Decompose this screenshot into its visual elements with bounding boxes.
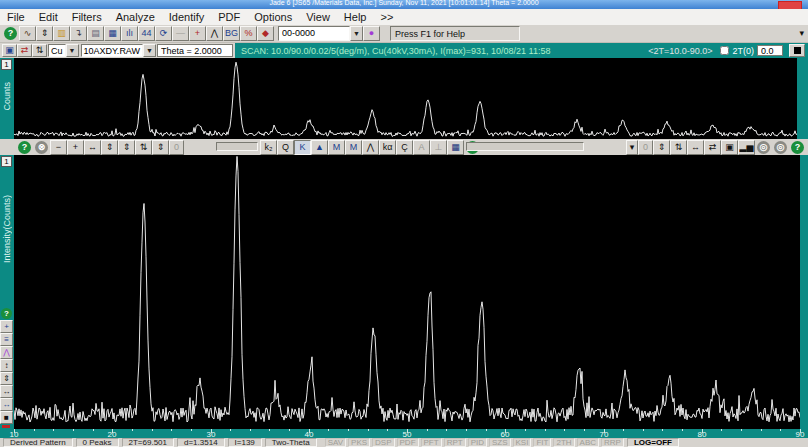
overlay-patterns-icon[interactable]: ılı [121,26,138,41]
scale-y-icon[interactable]: ⇕ [118,140,135,155]
smooth-icon[interactable]: M [328,140,345,155]
refresh-icon[interactable]: ⟳ [155,26,172,41]
status-toggle[interactable]: DSP [372,438,394,447]
chevron-down-icon[interactable]: ▼ [143,44,156,57]
pdf-number-combo[interactable]: 00-0000 ▼ [278,26,363,41]
prev-view-icon[interactable]: ◎ [757,141,770,154]
status-toggle[interactable]: ABC [577,438,599,447]
menu-item[interactable]: Identify [162,11,211,23]
menu-item[interactable]: Edit [32,11,65,23]
percent-scale-icon[interactable]: % [240,26,257,41]
move-pattern-icon[interactable]: + [189,26,206,41]
help-icon[interactable]: ? [1,308,12,319]
table-view-icon[interactable]: ≡ [0,333,13,346]
two-theta-zero-checkbox[interactable] [720,46,729,55]
profile-icon[interactable]: ⋀ [362,140,379,155]
mini-dropdown-icon[interactable]: ▾ [626,140,638,155]
shift-y-icon[interactable]: ⇕ [152,140,169,155]
open-file-icon[interactable]: ▥ [53,26,70,41]
help-icon[interactable]: ? [791,141,804,154]
separator-icon[interactable]: — [172,26,189,41]
view-counter[interactable]: 0 [638,140,653,155]
display-settings-icon[interactable]: ▦ [104,26,121,41]
zoom-counter[interactable]: 0 [169,140,184,155]
pattern-window-icon[interactable]: ▣ [2,44,17,57]
smooth-alt-icon[interactable]: M [345,140,362,155]
close-icon[interactable] [778,1,802,9]
main-pane-number[interactable]: 1 [1,156,12,167]
status-toggle[interactable]: RRP [601,438,624,447]
cedilla-tool-icon[interactable]: Ç [396,140,413,155]
scale-y-icon[interactable]: ⇅ [670,140,687,155]
file-combo[interactable]: 10AXDY.RAW ▼ [81,44,157,57]
menu-item[interactable]: View [299,11,337,23]
status-toggle[interactable]: SZS [489,438,511,447]
zoom-out-icon[interactable]: − [50,140,67,155]
expand-horizontal-icon[interactable]: ↔ [84,140,101,155]
help-icon[interactable]: ? [4,27,17,40]
two-theta-zero-field[interactable] [757,45,783,56]
sort-updown-icon[interactable]: ⇕ [36,26,53,41]
grid-view-icon[interactable]: ▦ [447,140,464,155]
theta-field[interactable] [157,44,233,57]
find-peaks-icon[interactable]: ⋀ [206,26,223,41]
view-slider-track[interactable] [466,142,584,151]
menu-item[interactable]: Help [337,11,374,23]
offset-overlays-icon[interactable]: 44 [138,26,155,41]
restore-view-icon[interactable]: ⇅ [135,140,152,155]
overview-plot[interactable] [14,58,797,139]
status-toggle[interactable]: PFT [421,438,442,447]
background-fit-icon[interactable]: BG [223,26,240,41]
spinner-icon[interactable]: ⇅ [32,44,47,57]
zoom-tool-icon[interactable]: Q [277,140,294,155]
peak-cursor-icon[interactable]: K [294,140,311,155]
area-fill-icon[interactable]: ▲ [311,140,328,155]
pan-tool-icon[interactable]: + [0,320,13,333]
sample-icon[interactable]: ● [363,26,380,41]
spin-y-icon[interactable]: ⇕ [101,140,118,155]
preferences-icon[interactable]: ∿ [19,26,36,41]
toolbar-overflow-icon[interactable]: ▾ [799,28,804,38]
status-toggle[interactable]: FIT [533,438,551,447]
status-toggle[interactable]: PID [468,438,487,447]
disabled-a-icon[interactable]: A [413,140,430,155]
menu-item[interactable]: Options [247,11,299,23]
compress-y-icon[interactable]: ⇕ [0,372,13,385]
main-plot[interactable] [14,155,800,429]
link-refresh-icon[interactable]: ⇄ [17,44,32,57]
disabled-axis-icon[interactable]: ⊥ [430,140,447,155]
status-toggle[interactable]: 2TH [553,438,574,447]
full-range-icon[interactable]: ■ [0,411,13,424]
anode-combo[interactable]: Cu ▼ [48,44,79,57]
menu-item[interactable]: Analyze [109,11,162,23]
title-bar[interactable]: Jade 6 [JS65 /Materials Data, Inc.] Sund… [0,0,808,9]
kalpha-strip-icon[interactable]: kα [379,140,396,155]
stretch-y-icon[interactable]: ↕ [0,359,13,372]
pan-right-icon[interactable]: ⇄ [704,140,721,155]
peak-id-icon[interactable]: ⋀ [0,346,13,359]
menu-item[interactable]: PDF [211,11,247,23]
pan-left-icon[interactable]: ↔ [687,140,704,155]
status-toggle[interactable]: SAV [325,438,346,447]
top-pane-number[interactable]: 1 [1,59,12,70]
status-toggle[interactable]: RPT [444,438,466,447]
next-view-icon[interactable]: ◎ [774,141,787,154]
histogram-icon[interactable]: ▂▅ [738,140,755,155]
menu-item[interactable]: File [0,11,32,23]
pan-x-icon[interactable]: ↔ [0,398,13,411]
fullscreen-toggle-icon[interactable] [789,44,805,57]
print-icon[interactable]: ▤ [87,26,104,41]
zoom-slider-track[interactable] [216,142,258,151]
kalpha2-icon[interactable]: k₂ [260,140,277,155]
zoom-in-icon[interactable]: + [67,140,84,155]
save-icon[interactable]: ↴ [70,26,87,41]
help-icon[interactable]: ? [18,141,31,154]
spin-y-icon[interactable]: ⇕ [653,140,670,155]
log-toggle[interactable]: LOG=OFF [627,438,679,447]
status-toggle[interactable]: PKS [348,438,370,447]
chevron-down-icon[interactable]: ▼ [66,44,79,57]
menu-item[interactable]: Filters [65,11,109,23]
close-overlay-icon[interactable]: ⊗ [35,141,48,154]
link-panes-icon[interactable]: ▣ [721,140,738,155]
menu-item[interactable]: >> [373,11,400,23]
